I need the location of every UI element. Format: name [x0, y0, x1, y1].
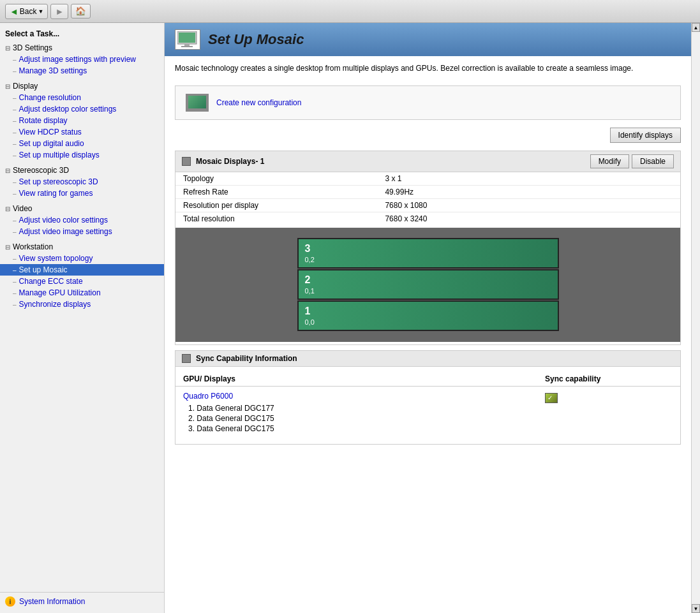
dash-icon: –	[13, 56, 17, 63]
expand-icon-stereo: ⊟	[5, 167, 10, 174]
back-label: Back	[20, 7, 37, 16]
disable-button[interactable]: Disable	[632, 154, 674, 168]
dash-icon: –	[13, 140, 17, 147]
group-label-workstation: Workstation	[13, 242, 53, 251]
sidebar-item-multiple-displays[interactable]: – Set up multiple displays	[0, 149, 164, 161]
expand-icon-workstation: ⊟	[5, 244, 10, 251]
page-description: Mosaic technology creates a single deskt…	[165, 56, 691, 80]
item-label: Change resolution	[19, 93, 81, 102]
identify-displays-button[interactable]: Identify displays	[610, 128, 681, 143]
page-header-icon	[175, 29, 200, 50]
home-button[interactable]: 🏠	[71, 4, 91, 18]
mosaic-section: Mosaic Displays- 1 Modify Disable Topolo…	[175, 151, 681, 345]
sidebar-item-color-settings[interactable]: – Adjust desktop color settings	[0, 103, 164, 115]
field-value: 49.99Hz	[377, 186, 680, 199]
page-title: Set Up Mosaic	[208, 31, 304, 48]
dash-icon: –	[13, 290, 17, 297]
sync-row: Quadro P6000 1. Data General DGC1772. Da…	[183, 392, 673, 434]
dash-icon: –	[13, 217, 17, 224]
modify-button[interactable]: Modify	[590, 154, 629, 168]
field-value: 3 x 1	[377, 172, 680, 186]
item-label: Adjust video image settings	[19, 227, 112, 236]
field-label: Total resolution	[175, 212, 377, 226]
main-layout: Select a Task... ⊟ 3D Settings – Adjust …	[0, 23, 700, 613]
sidebar-item-gpu-util[interactable]: – Manage GPU Utilization	[0, 287, 164, 299]
item-label: Adjust image settings with preview	[19, 55, 136, 64]
dash-icon: –	[13, 94, 17, 101]
content-area: Set Up Mosaic Mosaic technology creates …	[165, 23, 691, 613]
item-label: Set up multiple displays	[19, 151, 100, 159]
mosaic-section-header: Mosaic Displays- 1 Modify Disable	[175, 151, 680, 172]
forward-button[interactable]: ►	[50, 4, 68, 19]
sidebar-item-sync-displays[interactable]: – Synchronize displays	[0, 299, 164, 310]
sidebar-item-rating-games[interactable]: – View rating for games	[0, 188, 164, 199]
display-item: 10,0	[297, 300, 559, 331]
sidebar-item-adjust-image[interactable]: – Adjust image settings with preview	[0, 54, 164, 65]
sidebar-title: Select a Task...	[0, 26, 164, 42]
dash-icon: –	[13, 152, 17, 159]
mosaic-section-title: Mosaic Displays- 1	[196, 157, 264, 166]
scroll-thumb[interactable]	[692, 32, 700, 604]
sync-header-icon	[182, 354, 191, 363]
field-value: 7680 x 3240	[377, 212, 680, 226]
dash-icon: –	[13, 179, 17, 186]
sync-capability-col	[545, 392, 673, 434]
sidebar-footer[interactable]: i System Information	[0, 592, 164, 610]
sync-header-row: GPU/ Displays Sync capability	[175, 372, 680, 387]
sidebar-item-digital-audio[interactable]: – Set up digital audio	[0, 138, 164, 149]
list-item: 2. Data General DGC175	[188, 413, 545, 424]
display-stack: 30,220,110,0	[297, 238, 559, 331]
system-info-link[interactable]: System Information	[19, 597, 85, 606]
dash-icon: –	[13, 278, 17, 285]
field-value: 7680 x 1080	[377, 199, 680, 212]
scroll-down-arrow[interactable]: ▼	[692, 604, 700, 613]
sync-gpu-col: Quadro P6000 1. Data General DGC1772. Da…	[183, 392, 545, 434]
sync-col1-header: GPU/ Displays	[183, 374, 545, 383]
info-icon: i	[5, 596, 15, 607]
table-row: Resolution per display7680 x 1080	[175, 199, 680, 212]
display-coord: 0,1	[305, 287, 551, 295]
expand-icon-video: ⊟	[5, 205, 10, 212]
sidebar-item-setup-stereo[interactable]: – Set up stereoscopic 3D	[0, 176, 164, 188]
dash-icon: –	[13, 228, 17, 235]
sidebar-item-video-image[interactable]: – Adjust video image settings	[0, 226, 164, 237]
sidebar-item-ecc[interactable]: – Change ECC state	[0, 276, 164, 287]
group-label-stereo: Stereoscopic 3D	[13, 166, 69, 175]
scrollbar[interactable]: ▲ ▼	[691, 23, 700, 613]
item-label: Manage 3D settings	[19, 66, 87, 75]
field-label: Resolution per display	[175, 199, 377, 212]
sidebar-item-change-res[interactable]: – Change resolution	[0, 92, 164, 103]
table-row: Topology3 x 1	[175, 172, 680, 186]
table-row: Refresh Rate49.99Hz	[175, 186, 680, 199]
svg-rect-4	[181, 46, 193, 47]
item-label: View HDCP status	[19, 128, 82, 137]
gpu-name-link[interactable]: Quadro P6000	[183, 392, 545, 401]
item-label: Adjust desktop color settings	[19, 105, 117, 114]
sidebar-item-rotate[interactable]: – Rotate display	[0, 115, 164, 126]
sidebar-item-hdcp[interactable]: – View HDCP status	[0, 126, 164, 138]
create-config-link[interactable]: Create new configuration	[216, 98, 301, 107]
sidebar-item-video-color[interactable]: – Adjust video color settings	[0, 214, 164, 226]
create-config-box: Create new configuration	[175, 85, 681, 120]
forward-arrow-icon: ►	[55, 6, 64, 17]
scroll-up-arrow[interactable]: ▲	[692, 23, 700, 32]
sidebar: Select a Task... ⊟ 3D Settings – Adjust …	[0, 23, 165, 613]
sync-capability-icon	[545, 393, 558, 403]
monitor-small-icon	[186, 94, 209, 112]
group-label-3d: 3D Settings	[13, 43, 52, 52]
display-coord: 0,2	[305, 256, 551, 263]
item-label: View rating for games	[19, 189, 93, 198]
mosaic-section-buttons: Modify Disable	[590, 154, 674, 168]
sidebar-group-workstation: ⊟ Workstation	[0, 241, 164, 253]
sidebar-item-system-topology[interactable]: – View system topology	[0, 253, 164, 264]
dash-icon: –	[13, 106, 17, 113]
item-label: Synchronize displays	[19, 300, 91, 309]
dash-icon: –	[13, 129, 17, 136]
display-item: 30,2	[297, 238, 559, 269]
sync-content: GPU/ Displays Sync capability Quadro P60…	[175, 367, 680, 444]
sync-body: Quadro P6000 1. Data General DGC1772. Da…	[175, 387, 680, 439]
table-row: Total resolution7680 x 3240	[175, 212, 680, 226]
sidebar-item-manage-3d[interactable]: – Manage 3D settings	[0, 65, 164, 77]
sidebar-item-setup-mosaic[interactable]: – Set up Mosaic	[0, 264, 164, 276]
back-button[interactable]: ◄ Back ▼	[5, 4, 48, 19]
